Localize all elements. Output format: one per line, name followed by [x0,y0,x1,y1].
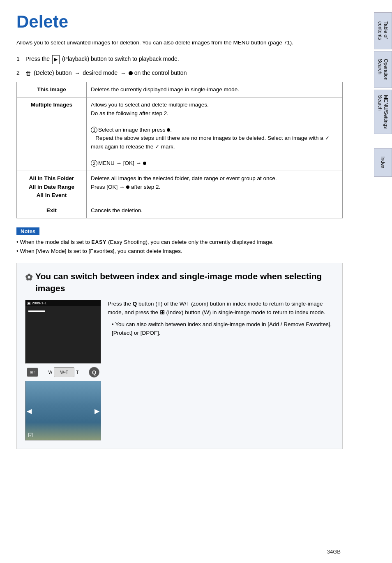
wt-button[interactable]: W▾T [54,367,74,377]
sidebar-tab-table-of-contents[interactable]: Table ofcontents [374,12,392,49]
index-screen-wrapper: ▣ 2009-1-1 [25,300,101,364]
table-row-multiple-images: Multiple Images Allows you to select and… [17,97,343,171]
table-row-this-image: This Image Deletes the currently display… [17,82,343,97]
tip-body-text: Press the Q button (T) of the W/T (zoom)… [108,300,334,317]
sidebar-tab-menu-settings-search[interactable]: MENU/SettingsSearch [374,90,392,134]
step-1: 1 Press the ▶ (Playback) button to switc… [16,54,343,64]
notes-section: Notes When the mode dial is set to EASY … [16,227,343,255]
table-row-exit: Exit Cancels the deletion. [17,203,343,218]
step-1-num: 1 [16,54,23,63]
sidebar-tab-index[interactable]: Index [374,148,392,177]
delete-trash-icon: 🗑 [25,69,31,78]
bullet-small-1 [167,128,170,132]
circle-2: 2 [91,160,97,167]
index-screen: ▣ 2009-1-1 [25,300,101,364]
sidebar-tab-operation-search[interactable]: OperationSearch [374,51,392,88]
bullet-circle [129,71,133,75]
table-cell-multiple-images: Allows you to select and delete multiple… [87,97,343,171]
step-2: 2 🗑 (Delete) button → desired mode → on … [16,68,343,78]
tip-bullet-item: You can also switch between index and si… [112,320,334,338]
table-cell-all-in: Deletes all images in the selected folde… [87,171,343,203]
bullet-small-3 [126,185,129,189]
table-header-this-image: This Image [17,82,87,97]
table-header-all-in: All in This Folder All in Date Range All… [17,171,87,203]
zoom-q-button[interactable]: Q [89,367,99,378]
tip-title: ✿ You can switch between index and singl… [25,271,334,294]
tip-box: ✿ You can switch between index and singl… [16,263,343,449]
main-content: Delete Allows you to select unwanted ima… [16,0,343,466]
step-2-text: 🗑 (Delete) button → desired mode → on th… [25,68,343,78]
intro-text: Allows you to select unwanted images for… [16,39,343,47]
note-item-1: When the mode dial is set to EASY (Easy … [16,238,343,247]
table-header-multiple-images: Multiple Images [17,97,87,171]
notes-list: When the mode dial is set to EASY (Easy … [16,238,343,255]
controls-row: ⊞↑ W W▾T T Q [25,367,101,378]
table-cell-exit: Cancels the deletion. [87,203,343,218]
circle-1: 1 [91,127,97,133]
delete-table: This Image Deletes the currently display… [16,82,343,218]
easy-label: EASY [92,239,107,245]
notes-badge: Notes [16,227,39,235]
w-label: W [48,370,52,375]
tip-bullet-list: You can also switch between index and si… [108,320,334,338]
page-title: Delete [16,12,343,31]
screen-date-bar: ▣ 2009-1-1 [25,300,101,306]
single-screen-image [25,381,101,440]
table-cell-this-image: Deletes the currently displayed image in… [87,82,343,97]
tip-title-text: You can switch between index and single-… [35,271,334,294]
playback-icon: ▶ [52,55,60,64]
right-sidebar: Table ofcontents OperationSearch MENU/Se… [347,0,392,563]
note-item-2: When [View Mode] is set to [Favorites], … [16,247,343,256]
tip-content: ▣ 2009-1-1 [25,300,334,440]
nav-right-icon: ▶ [95,407,99,415]
tip-text: Press the Q button (T) of the W/T (zoom)… [108,300,334,440]
table-header-exit: Exit [17,203,87,218]
nav-left-icon: ◀ [27,407,32,415]
index-grid [27,309,99,314]
page-number: 34GB [327,549,341,555]
step-2-num: 2 [16,68,23,77]
tip-images: ▣ 2009-1-1 [25,300,101,440]
t-label: T [76,370,78,375]
tip-icon: ✿ [25,271,32,284]
bullet-small-2 [143,162,146,165]
check-bottom-icon: ☑ [28,432,33,438]
single-screen: ◀ ▶ ☑ [25,381,101,440]
index-btn[interactable]: ⊞↑ [27,368,38,377]
table-row-all-in: All in This Folder All in Date Range All… [17,171,343,203]
step-1-text: Press the ▶ (Playback) button to switch … [25,54,343,64]
